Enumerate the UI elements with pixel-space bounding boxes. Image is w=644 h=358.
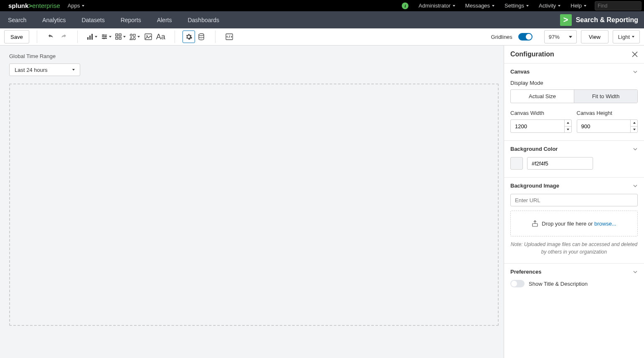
text-widget-button[interactable]: Aa — [155, 30, 167, 43]
svg-point-21 — [199, 34, 204, 36]
save-button[interactable]: Save — [4, 30, 29, 43]
close-icon[interactable] — [632, 51, 638, 57]
spin-down[interactable] — [564, 127, 572, 133]
bgcolor-section-title: Background Color — [510, 146, 558, 152]
help-menu[interactable]: Help — [565, 0, 591, 11]
canvas-section-header[interactable]: Canvas — [510, 69, 638, 75]
code-icon — [226, 33, 233, 41]
actual-size-option[interactable]: Actual Size — [511, 90, 574, 103]
svg-rect-18 — [133, 38, 135, 40]
settings-menu[interactable]: Settings — [499, 0, 534, 11]
display-mode-label: Display Mode — [510, 80, 638, 86]
bgimage-url-input[interactable] — [510, 194, 638, 206]
filter-widget-button[interactable] — [99, 30, 114, 43]
chevron-down-icon — [633, 183, 638, 188]
bgimage-section-header[interactable]: Background Image — [510, 183, 638, 189]
caret-icon — [632, 36, 634, 38]
tab-dashboards[interactable]: Dashboards — [180, 11, 227, 28]
svg-rect-11 — [116, 34, 118, 36]
chart-widget-button[interactable] — [85, 30, 99, 43]
main: Global Time Range Last 24 hours Configur… — [0, 46, 644, 358]
svg-rect-26 — [532, 223, 538, 226]
apps-label: Apps — [68, 3, 80, 9]
source-button[interactable] — [223, 30, 236, 43]
caret-icon — [453, 5, 455, 7]
spin-down[interactable] — [630, 127, 638, 133]
info-status[interactable]: i — [397, 0, 413, 11]
bgimage-dropzone[interactable]: Drop your file here or browse... — [510, 211, 638, 236]
bgimage-section-title: Background Image — [510, 183, 559, 189]
timerange-select[interactable]: Last 24 hours — [9, 63, 80, 76]
timerange-label: Global Time Range — [9, 53, 499, 59]
grid-widget-button[interactable] — [114, 30, 128, 43]
bgcolor-swatch[interactable] — [510, 157, 523, 170]
fit-width-option[interactable]: Fit to Width — [574, 90, 637, 103]
bgcolor-input[interactable] — [527, 157, 593, 170]
svg-point-10 — [103, 38, 105, 39]
bar-chart-icon — [87, 33, 94, 40]
settings-button[interactable] — [183, 30, 195, 43]
app-badge[interactable]: > Search & Reporting — [560, 14, 638, 26]
caret-icon — [584, 5, 586, 7]
tab-alerts[interactable]: Alerts — [149, 11, 180, 28]
canvas-width-field — [510, 119, 572, 133]
canvas-height-input[interactable] — [577, 119, 638, 133]
filter-icon — [101, 33, 108, 40]
zoom-select[interactable]: 97% — [544, 30, 577, 43]
logo-suffix: enterprise — [32, 2, 60, 9]
spin-up[interactable] — [630, 119, 638, 127]
tab-datasets[interactable]: Datasets — [74, 11, 112, 28]
database-icon — [198, 33, 205, 41]
activity-menu[interactable]: Activity — [534, 0, 565, 11]
prefs-section-header[interactable]: Preferences — [510, 269, 638, 275]
tab-search[interactable]: Search — [0, 11, 34, 28]
gridlines-toggle[interactable] — [518, 33, 532, 41]
logo-brand: splunk — [8, 2, 28, 9]
messages-menu[interactable]: Messages — [460, 0, 499, 11]
timerange-value: Last 24 hours — [15, 67, 48, 73]
data-button[interactable] — [195, 30, 208, 43]
bgimage-note: Note: Uploaded image files can be access… — [510, 241, 638, 256]
canvas-section-body: Display Mode Actual Size Fit to Width Ca… — [510, 80, 638, 133]
svg-rect-13 — [116, 37, 118, 39]
divider — [215, 30, 216, 43]
theme-select[interactable]: Light — [613, 30, 640, 43]
svg-rect-12 — [119, 34, 121, 36]
undo-button[interactable] — [45, 30, 57, 43]
history-group — [45, 30, 70, 43]
nav-tabs: Search Analytics Datasets Reports Alerts… — [0, 11, 227, 28]
bgcolor-body — [510, 157, 638, 170]
svg-line-23 — [229, 36, 230, 38]
admin-menu[interactable]: Administrator — [413, 0, 460, 11]
svg-rect-3 — [89, 36, 91, 40]
svg-point-20 — [146, 36, 147, 37]
image-widget-button[interactable] — [142, 30, 155, 43]
browse-link[interactable]: browse... — [594, 221, 616, 227]
caret-icon — [109, 36, 112, 38]
dashboard-canvas[interactable] — [9, 84, 499, 326]
shapes-widget-button[interactable] — [128, 30, 142, 43]
theme-value: Light — [618, 34, 630, 40]
tab-analytics[interactable]: Analytics — [34, 11, 74, 28]
tab-reports[interactable]: Reports — [113, 11, 149, 28]
caret-down-icon — [633, 129, 636, 130]
spin-up[interactable] — [564, 119, 572, 127]
caret-icon — [72, 69, 75, 71]
caret-icon — [137, 36, 140, 38]
caret-icon — [95, 36, 97, 38]
topbar-right: i Administrator Messages Settings Activi… — [397, 0, 644, 11]
bgcolor-section-header[interactable]: Background Color — [510, 146, 638, 152]
show-title-toggle[interactable] — [510, 280, 525, 287]
display-mode-segmented: Actual Size Fit to Width — [510, 89, 638, 103]
svg-point-9 — [105, 36, 106, 38]
canvas-width-input[interactable] — [510, 119, 572, 133]
activity-label: Activity — [539, 3, 556, 9]
redo-button[interactable] — [57, 30, 70, 43]
find-input[interactable] — [598, 3, 644, 9]
view-button[interactable]: View — [581, 30, 609, 43]
apps-menu[interactable]: Apps — [68, 3, 85, 9]
divider — [77, 30, 78, 43]
find-box[interactable] — [595, 1, 641, 10]
svg-marker-17 — [130, 37, 132, 40]
bgcolor-section: Background Color — [504, 141, 644, 178]
